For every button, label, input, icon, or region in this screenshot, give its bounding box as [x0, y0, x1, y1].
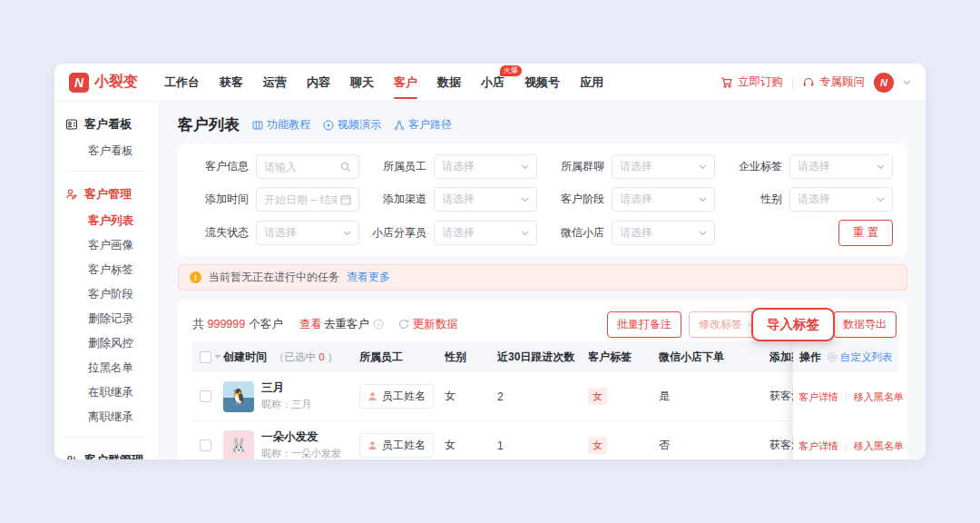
churn-status-select-placeholder: 请选择 [264, 225, 339, 241]
table-toolbar: 共 999999 个客户 查看 去重客户 [192, 307, 897, 341]
reset-button[interactable]: 重 置 [838, 220, 893, 246]
advisor-link[interactable]: 专属顾问 [802, 74, 865, 90]
nav-item-data[interactable]: 数据 [427, 64, 471, 102]
customer-info-input[interactable] [256, 154, 359, 179]
stage-select[interactable]: 请选择 [612, 187, 715, 212]
gender-value: 女 [445, 389, 497, 404]
col-header-tag: 客户标签 [588, 350, 659, 365]
people-icon [65, 454, 78, 459]
nav-item-workbench[interactable]: 工作台 [154, 64, 210, 102]
total-prefix: 共 [192, 317, 204, 332]
brand-logo-icon: N [69, 73, 89, 93]
wechat-shop-select-placeholder: 请选择 [620, 225, 695, 241]
corp-tag-select-placeholder: 请选择 [798, 159, 873, 174]
churn-status-select[interactable]: 请选择 [256, 221, 359, 245]
user-avatar[interactable]: N [874, 73, 894, 93]
col-header-gender: 性别 [445, 350, 497, 365]
sidebar-item-customer-stage[interactable]: 客户阶段 [54, 282, 159, 307]
staff-chip: 员工姓名 [359, 433, 434, 458]
customer-detail-link[interactable]: 客户详情 [799, 439, 838, 453]
row-checkbox[interactable] [200, 390, 211, 402]
customer-avatar: 🐰 [223, 430, 254, 460]
filter-label-group-chat: 所属群聊 [548, 159, 604, 174]
account-chevron-down-icon[interactable] [903, 80, 911, 85]
move-to-blacklist-link[interactable]: 移入黑名单 [854, 439, 904, 453]
channel-select[interactable]: 请选择 [434, 187, 537, 212]
brand-logo[interactable]: N 小裂变 [69, 73, 138, 93]
sidebar-item-delete-risk[interactable]: 删除风控 [54, 331, 159, 356]
sidebar-item-customer-tags[interactable]: 客户标签 [54, 258, 159, 282]
date-range-input[interactable] [256, 187, 359, 212]
warning-icon: ! [190, 271, 201, 283]
video-demo-link[interactable]: 视频演示 [323, 117, 381, 133]
sidebar-group-dashboard[interactable]: 客户看板 [54, 109, 159, 139]
select-menu-caret-icon[interactable] [214, 355, 221, 359]
nav-item-operation[interactable]: 运营 [253, 64, 297, 102]
chevron-down-icon [699, 164, 707, 170]
col-header-follow: 近30日跟进次数 [497, 350, 588, 365]
move-to-blacklist-link[interactable]: 移入黑名单 [854, 390, 904, 404]
corp-tag-select[interactable]: 请选择 [789, 154, 893, 179]
order-now-label: 立即订购 [738, 74, 783, 90]
customer-name: 一朵小发发 [261, 430, 341, 444]
tutorial-link[interactable]: 功能教程 [252, 117, 310, 133]
person-icon [368, 391, 377, 401]
shop-order-value: 是 [659, 389, 769, 404]
dashboard-icon [65, 118, 78, 131]
cart-icon [720, 76, 733, 89]
customer-tag: 女 [588, 437, 607, 454]
nav-item-shop[interactable]: 小店 火爆 [471, 64, 514, 102]
nav-item-apps[interactable]: 应用 [570, 64, 613, 102]
follow-count-value: 1 [497, 439, 588, 452]
chevron-down-icon [877, 197, 885, 202]
sidebar-item-onjob-inherit[interactable]: 在职继承 [54, 380, 159, 405]
sidebar-item-customer-list[interactable]: 客户列表 [54, 209, 159, 233]
sidebar-item-delete-records[interactable]: 删除记录 [54, 307, 159, 331]
customer-detail-link[interactable]: 客户详情 [799, 390, 838, 404]
sidebar-group-group-mgmt[interactable]: 客户群管理 [54, 445, 159, 459]
customize-columns-link[interactable]: 自定义列表 [827, 350, 893, 364]
fixed-actions-column: 操作 自定义列表 客户详情 ｜ 移入黑名单 [793, 341, 898, 459]
sidebar-item-customer-portrait[interactable]: 客户画像 [54, 233, 159, 258]
top-navbar: N 小裂变 工作台 获客 运营 内容 聊天 客户 数据 小店 火爆 视频号 应用… [54, 64, 926, 102]
nav-item-video-channel[interactable]: 视频号 [514, 64, 570, 102]
view-dedup-link[interactable]: 查看 去重客户 [299, 317, 384, 332]
chevron-down-icon [699, 197, 707, 202]
gear-icon [827, 351, 838, 362]
import-tag-button[interactable]: 导入标签 [751, 308, 835, 341]
select-all-checkbox[interactable] [200, 351, 211, 363]
staff-select-placeholder: 请选择 [442, 159, 517, 174]
tutorial-link-label: 功能教程 [267, 117, 310, 133]
nav-item-acquisition[interactable]: 获客 [210, 64, 253, 102]
nav-item-chat[interactable]: 聊天 [340, 64, 384, 102]
sidebar-item-blacklist[interactable]: 拉黑名单 [54, 356, 159, 380]
shop-sharer-select[interactable]: 请选择 [434, 221, 537, 245]
notice-text: 当前暂无正在进行中的任务 [209, 270, 339, 285]
staff-chip: 员工姓名 [359, 384, 434, 409]
nav-item-customer-active[interactable]: 客户 [384, 64, 427, 102]
chevron-down-icon [521, 197, 529, 202]
refresh-data-link[interactable]: 更新数据 [398, 317, 458, 332]
person-edit-icon [65, 188, 78, 201]
nav-item-content[interactable]: 内容 [297, 64, 340, 102]
date-range-input-field[interactable] [264, 193, 337, 206]
gender-select[interactable]: 请选择 [789, 187, 893, 212]
group-chat-select[interactable]: 请选择 [612, 154, 715, 179]
filter-label-shop-sharer: 小店分享员 [370, 225, 426, 241]
customer-path-link[interactable]: 客户路径 [394, 117, 452, 133]
advisor-label: 专属顾问 [819, 74, 865, 90]
row-checkbox[interactable] [200, 439, 211, 451]
sidebar-item-offjob-inherit[interactable]: 离职继承 [54, 405, 159, 429]
col-header-shop-order: 微信小店下单 [659, 350, 769, 365]
sidebar-group-customer-mgmt[interactable]: 客户管理 [54, 179, 159, 209]
export-button[interactable]: 数据导出 [833, 311, 897, 338]
customer-info-input-field[interactable] [264, 161, 337, 173]
table-row: 🐰 一朵小发发 昵称：一朵小发发 员工姓名 [192, 421, 897, 459]
order-now-link[interactable]: 立即订购 [720, 74, 783, 90]
sidebar-item-customer-dashboard[interactable]: 客户看板 [54, 139, 159, 163]
wechat-shop-select[interactable]: 请选择 [612, 221, 715, 245]
staff-select[interactable]: 请选择 [434, 154, 537, 179]
batch-note-button[interactable]: 批量打备注 [607, 311, 681, 338]
view-more-link[interactable]: 查看更多 [347, 270, 390, 285]
row-actions: 客户详情 ｜ 移入黑名单 [793, 372, 898, 421]
